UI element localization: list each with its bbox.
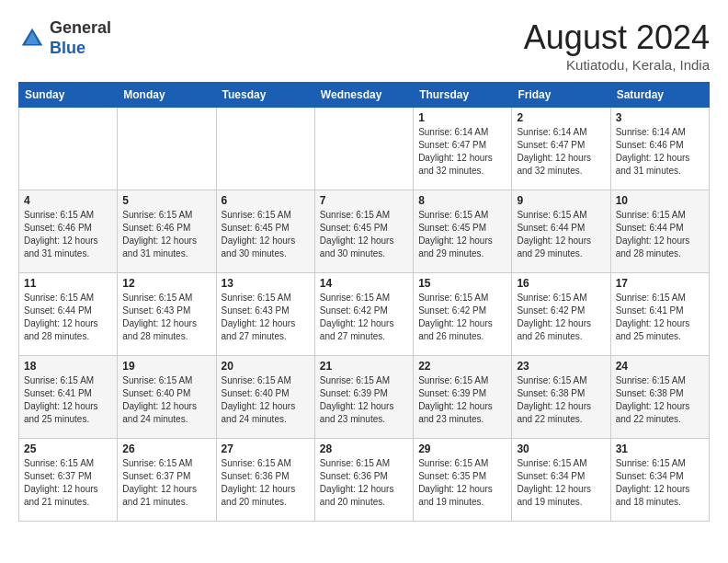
calendar-cell xyxy=(216,108,314,190)
header-cell-monday: Monday xyxy=(118,83,216,108)
header-cell-wednesday: Wednesday xyxy=(314,83,413,108)
day-number: 7 xyxy=(320,194,408,207)
calendar-week-3: 11Sunrise: 6:15 AM Sunset: 6:44 PM Dayli… xyxy=(19,273,710,356)
day-number: 20 xyxy=(222,360,310,373)
day-info: Sunrise: 6:14 AM Sunset: 6:47 PM Dayligh… xyxy=(517,126,605,178)
calendar-cell: 31Sunrise: 6:15 AM Sunset: 6:34 PM Dayli… xyxy=(610,439,709,522)
day-number: 18 xyxy=(24,360,112,373)
calendar-cell: 3Sunrise: 6:14 AM Sunset: 6:46 PM Daylig… xyxy=(610,108,709,190)
day-number: 9 xyxy=(517,194,605,207)
day-info: Sunrise: 6:15 AM Sunset: 6:39 PM Dayligh… xyxy=(320,374,408,426)
day-info: Sunrise: 6:15 AM Sunset: 6:46 PM Dayligh… xyxy=(24,209,112,260)
calendar-cell: 14Sunrise: 6:15 AM Sunset: 6:42 PM Dayli… xyxy=(314,273,413,356)
calendar-cell: 27Sunrise: 6:15 AM Sunset: 6:36 PM Dayli… xyxy=(216,439,314,522)
day-number: 15 xyxy=(418,277,506,290)
calendar-cell: 15Sunrise: 6:15 AM Sunset: 6:42 PM Dayli… xyxy=(414,273,512,356)
header-cell-friday: Friday xyxy=(512,83,610,108)
day-info: Sunrise: 6:15 AM Sunset: 6:43 PM Dayligh… xyxy=(222,292,310,343)
calendar-cell: 12Sunrise: 6:15 AM Sunset: 6:43 PM Dayli… xyxy=(118,273,216,356)
day-number: 12 xyxy=(122,277,210,290)
day-info: Sunrise: 6:15 AM Sunset: 6:39 PM Dayligh… xyxy=(418,374,506,426)
calendar-cell xyxy=(118,108,216,190)
day-info: Sunrise: 6:15 AM Sunset: 6:44 PM Dayligh… xyxy=(24,292,112,343)
day-number: 2 xyxy=(517,111,605,124)
day-info: Sunrise: 6:15 AM Sunset: 6:36 PM Dayligh… xyxy=(320,457,408,509)
day-info: Sunrise: 6:15 AM Sunset: 6:46 PM Dayligh… xyxy=(122,209,210,260)
day-number: 4 xyxy=(24,194,112,207)
title-area: August 2024 Kutiatodu, Kerala, India xyxy=(524,18,710,73)
day-number: 10 xyxy=(616,194,704,207)
header-cell-thursday: Thursday xyxy=(414,83,512,108)
location-subtitle: Kutiatodu, Kerala, India xyxy=(524,57,710,73)
day-info: Sunrise: 6:15 AM Sunset: 6:41 PM Dayligh… xyxy=(24,374,112,426)
calendar-week-1: 1Sunrise: 6:14 AM Sunset: 6:47 PM Daylig… xyxy=(19,108,710,190)
day-info: Sunrise: 6:15 AM Sunset: 6:45 PM Dayligh… xyxy=(320,209,408,260)
day-number: 8 xyxy=(418,194,506,207)
calendar-cell: 7Sunrise: 6:15 AM Sunset: 6:45 PM Daylig… xyxy=(314,190,413,273)
day-info: Sunrise: 6:14 AM Sunset: 6:47 PM Dayligh… xyxy=(418,126,506,178)
day-info: Sunrise: 6:15 AM Sunset: 6:35 PM Dayligh… xyxy=(418,457,506,509)
day-number: 24 xyxy=(616,360,704,373)
calendar-body: 1Sunrise: 6:14 AM Sunset: 6:47 PM Daylig… xyxy=(19,108,710,522)
day-number: 19 xyxy=(122,360,210,373)
calendar-cell: 21Sunrise: 6:15 AM Sunset: 6:39 PM Dayli… xyxy=(314,356,413,439)
logo: General Blue xyxy=(18,18,111,58)
day-number: 5 xyxy=(122,194,210,207)
day-info: Sunrise: 6:15 AM Sunset: 6:34 PM Dayligh… xyxy=(517,457,605,509)
day-number: 13 xyxy=(222,277,310,290)
day-number: 27 xyxy=(222,442,310,455)
calendar-week-2: 4Sunrise: 6:15 AM Sunset: 6:46 PM Daylig… xyxy=(19,190,710,273)
calendar-cell: 1Sunrise: 6:14 AM Sunset: 6:47 PM Daylig… xyxy=(414,108,512,190)
calendar-cell: 24Sunrise: 6:15 AM Sunset: 6:38 PM Dayli… xyxy=(610,356,709,439)
calendar-cell: 23Sunrise: 6:15 AM Sunset: 6:38 PM Dayli… xyxy=(512,356,610,439)
logo-icon xyxy=(18,25,46,52)
header-cell-saturday: Saturday xyxy=(610,83,709,108)
calendar-table: SundayMondayTuesdayWednesdayThursdayFrid… xyxy=(18,82,710,522)
page-header: General Blue August 2024 Kutiatodu, Kera… xyxy=(18,18,710,73)
day-number: 25 xyxy=(24,442,112,455)
day-info: Sunrise: 6:15 AM Sunset: 6:43 PM Dayligh… xyxy=(122,292,210,343)
day-info: Sunrise: 6:15 AM Sunset: 6:41 PM Dayligh… xyxy=(616,292,704,343)
day-info: Sunrise: 6:15 AM Sunset: 6:44 PM Dayligh… xyxy=(517,209,605,260)
header-cell-sunday: Sunday xyxy=(19,83,118,108)
calendar-cell: 8Sunrise: 6:15 AM Sunset: 6:45 PM Daylig… xyxy=(414,190,512,273)
calendar-cell: 20Sunrise: 6:15 AM Sunset: 6:40 PM Dayli… xyxy=(216,356,314,439)
calendar-cell: 26Sunrise: 6:15 AM Sunset: 6:37 PM Dayli… xyxy=(118,439,216,522)
calendar-cell xyxy=(314,108,413,190)
month-year-title: August 2024 xyxy=(524,18,710,57)
calendar-cell: 17Sunrise: 6:15 AM Sunset: 6:41 PM Dayli… xyxy=(610,273,709,356)
day-info: Sunrise: 6:15 AM Sunset: 6:38 PM Dayligh… xyxy=(517,374,605,426)
calendar-cell: 5Sunrise: 6:15 AM Sunset: 6:46 PM Daylig… xyxy=(118,190,216,273)
day-info: Sunrise: 6:15 AM Sunset: 6:37 PM Dayligh… xyxy=(122,457,210,509)
day-number: 22 xyxy=(418,360,506,373)
day-number: 28 xyxy=(320,442,408,455)
calendar-cell: 13Sunrise: 6:15 AM Sunset: 6:43 PM Dayli… xyxy=(216,273,314,356)
calendar-cell: 18Sunrise: 6:15 AM Sunset: 6:41 PM Dayli… xyxy=(19,356,118,439)
day-number: 6 xyxy=(222,194,310,207)
day-number: 29 xyxy=(418,442,506,455)
calendar-cell: 22Sunrise: 6:15 AM Sunset: 6:39 PM Dayli… xyxy=(414,356,512,439)
calendar-week-4: 18Sunrise: 6:15 AM Sunset: 6:41 PM Dayli… xyxy=(19,356,710,439)
day-info: Sunrise: 6:15 AM Sunset: 6:44 PM Dayligh… xyxy=(616,209,704,260)
day-number: 30 xyxy=(517,442,605,455)
calendar-week-5: 25Sunrise: 6:15 AM Sunset: 6:37 PM Dayli… xyxy=(19,439,710,522)
day-info: Sunrise: 6:15 AM Sunset: 6:42 PM Dayligh… xyxy=(320,292,408,343)
calendar-cell: 9Sunrise: 6:15 AM Sunset: 6:44 PM Daylig… xyxy=(512,190,610,273)
day-info: Sunrise: 6:15 AM Sunset: 6:45 PM Dayligh… xyxy=(418,209,506,260)
calendar-cell: 30Sunrise: 6:15 AM Sunset: 6:34 PM Dayli… xyxy=(512,439,610,522)
calendar-cell xyxy=(19,108,118,190)
calendar-cell: 25Sunrise: 6:15 AM Sunset: 6:37 PM Dayli… xyxy=(19,439,118,522)
logo-text: General Blue xyxy=(50,18,111,58)
day-number: 26 xyxy=(122,442,210,455)
day-number: 11 xyxy=(24,277,112,290)
day-info: Sunrise: 6:15 AM Sunset: 6:45 PM Dayligh… xyxy=(222,209,310,260)
day-info: Sunrise: 6:15 AM Sunset: 6:37 PM Dayligh… xyxy=(24,457,112,509)
header-cell-tuesday: Tuesday xyxy=(216,83,314,108)
day-info: Sunrise: 6:15 AM Sunset: 6:42 PM Dayligh… xyxy=(418,292,506,343)
day-info: Sunrise: 6:14 AM Sunset: 6:46 PM Dayligh… xyxy=(616,126,704,178)
day-number: 23 xyxy=(517,360,605,373)
day-number: 14 xyxy=(320,277,408,290)
day-info: Sunrise: 6:15 AM Sunset: 6:40 PM Dayligh… xyxy=(222,374,310,426)
calendar-cell: 19Sunrise: 6:15 AM Sunset: 6:40 PM Dayli… xyxy=(118,356,216,439)
calendar-cell: 11Sunrise: 6:15 AM Sunset: 6:44 PM Dayli… xyxy=(19,273,118,356)
